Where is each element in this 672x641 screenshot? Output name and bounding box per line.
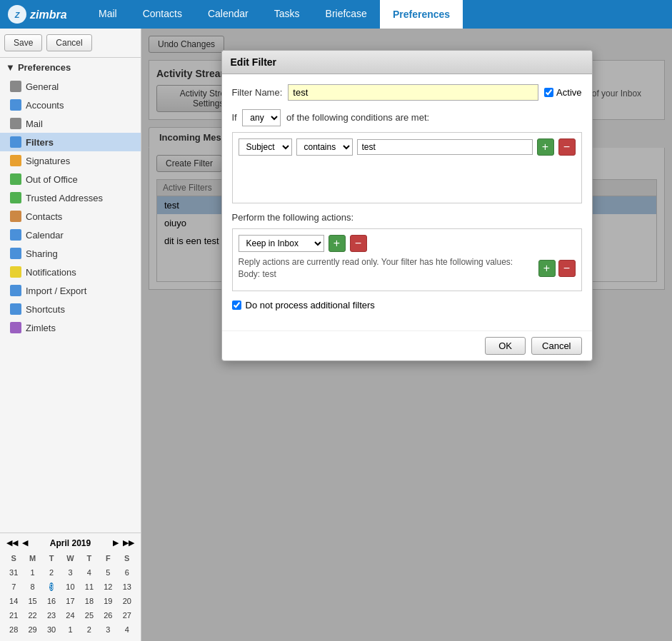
tab-contacts[interactable]: Contacts xyxy=(130,0,195,29)
cal-day[interactable]: 20 xyxy=(118,594,136,608)
sidebar-item-notifications[interactable]: Notifications xyxy=(0,263,141,281)
sidebar-item-zimlets[interactable]: Zimlets xyxy=(0,318,141,337)
cal-day[interactable]: 5 xyxy=(99,565,117,580)
cal-day[interactable]: 3 xyxy=(61,565,79,580)
condition-operator-select[interactable]: contains xyxy=(296,138,353,156)
cal-day[interactable]: 27 xyxy=(118,608,136,622)
cal-day[interactable]: 6 xyxy=(118,565,136,580)
add-action-note-button[interactable]: + xyxy=(538,260,556,277)
cal-day[interactable]: 13 xyxy=(118,580,136,594)
cal-day[interactable]: 15 xyxy=(23,594,41,608)
preferences-section-header[interactable]: ▼ Preferences xyxy=(0,58,141,77)
cal-day[interactable]: 3 xyxy=(99,622,117,637)
topbar: Z zimbra Mail Contacts Calendar Tasks Br… xyxy=(0,0,672,29)
active-label: Active xyxy=(556,87,581,98)
cal-day[interactable]: 4 xyxy=(118,622,136,637)
tab-mail[interactable]: Mail xyxy=(86,0,130,29)
cal-day-header-m: M xyxy=(23,551,41,565)
cal-day[interactable]: 18 xyxy=(80,594,99,608)
add-action-button[interactable]: + xyxy=(329,235,346,252)
cal-day[interactable]: 2 xyxy=(42,565,61,580)
cal-day-header-t2: T xyxy=(80,551,99,565)
sidebar-item-label-out-of-office: Out of Office xyxy=(26,174,78,185)
if-label: If xyxy=(232,112,237,123)
sidebar-item-sharing[interactable]: Sharing xyxy=(0,244,141,263)
tab-preferences[interactable]: Preferences xyxy=(380,0,463,29)
cal-day[interactable]: 2 xyxy=(80,622,99,637)
tab-calendar[interactable]: Calendar xyxy=(195,0,261,29)
cancel-button[interactable]: Cancel xyxy=(46,34,91,51)
remove-condition-button[interactable]: − xyxy=(558,138,576,156)
calendar-grid: S M T W T F S 31 1 2 3 4 xyxy=(4,551,136,637)
sidebar-item-label-signatures: Signatures xyxy=(26,156,70,166)
cal-day[interactable]: 28 xyxy=(4,622,23,637)
sidebar-item-accounts[interactable]: Accounts xyxy=(0,96,141,114)
sidebar-item-label-sharing: Sharing xyxy=(26,248,58,259)
sidebar-item-shortcuts[interactable]: Shortcuts xyxy=(0,300,141,318)
import-icon xyxy=(10,285,21,296)
cal-day[interactable]: 19 xyxy=(99,594,117,608)
section-label: Preferences xyxy=(18,62,71,73)
cal-prev-button[interactable]: ◀ xyxy=(20,537,30,548)
condition-value-input[interactable] xyxy=(357,139,533,155)
save-button[interactable]: Save xyxy=(4,34,42,51)
cal-day[interactable]: 24 xyxy=(61,608,79,622)
svg-text:zimbra: zimbra xyxy=(29,9,67,21)
cal-day[interactable]: 10 xyxy=(61,580,79,594)
action-row-1: Keep in Inbox + − xyxy=(239,235,576,252)
modal-cancel-button[interactable]: Cancel xyxy=(531,337,581,355)
sidebar-item-mail[interactable]: Mail xyxy=(0,114,141,133)
sidebar-item-label-accounts: Accounts xyxy=(26,100,64,111)
tab-briefcase[interactable]: Briefcase xyxy=(313,0,380,29)
cal-day-header-s2: S xyxy=(118,551,136,565)
sidebar-item-trusted[interactable]: Trusted Addresses xyxy=(0,188,141,207)
action-select[interactable]: Keep in Inbox xyxy=(239,235,324,252)
cal-day[interactable]: 17 xyxy=(61,594,79,608)
cal-day[interactable]: 26 xyxy=(99,608,117,622)
cal-day[interactable]: 1 xyxy=(23,565,41,580)
do-not-process-checkbox[interactable] xyxy=(232,301,241,310)
add-condition-button[interactable]: + xyxy=(537,138,554,156)
cal-day[interactable]: 21 xyxy=(4,608,23,622)
cal-day[interactable]: 22 xyxy=(23,608,41,622)
cal-day[interactable]: 16 xyxy=(42,594,61,608)
cal-day[interactable]: 12 xyxy=(99,580,117,594)
modal-ok-button[interactable]: OK xyxy=(485,337,526,355)
mail-icon xyxy=(10,118,21,129)
cal-day[interactable]: 31 xyxy=(4,565,23,580)
cal-day-header-f: F xyxy=(99,551,117,565)
cal-last-button[interactable]: ▶▶ xyxy=(121,537,136,548)
sidebar-item-signatures[interactable]: Signatures xyxy=(0,151,141,170)
cal-next-button[interactable]: ▶ xyxy=(111,537,121,548)
action-note-line1: Reply actions are currently read only. Y… xyxy=(239,257,513,267)
condition-row: Subject contains + − xyxy=(239,138,576,156)
cal-day[interactable]: 23 xyxy=(42,608,61,622)
active-checkbox[interactable] xyxy=(544,88,553,97)
sidebar-item-contacts[interactable]: Contacts xyxy=(0,207,141,226)
sidebar-item-import-export[interactable]: Import / Export xyxy=(0,281,141,300)
sidebar-item-general[interactable]: General xyxy=(0,77,141,96)
calendar-icon xyxy=(10,229,21,241)
cal-day[interactable]: 30 xyxy=(42,622,61,637)
remove-action-note-button[interactable]: − xyxy=(558,260,576,277)
condition-any-select[interactable]: any xyxy=(242,109,281,126)
cal-day[interactable]: 8 xyxy=(23,580,41,594)
remove-action-button[interactable]: − xyxy=(350,235,367,252)
cal-day[interactable]: 14 xyxy=(4,594,23,608)
condition-field-select[interactable]: Subject xyxy=(239,138,292,156)
cal-day[interactable]: 9 xyxy=(42,580,61,594)
cal-day[interactable]: 7 xyxy=(4,580,23,594)
cal-day[interactable]: 11 xyxy=(80,580,99,594)
cal-day[interactable]: 1 xyxy=(61,622,79,637)
tab-tasks[interactable]: Tasks xyxy=(261,0,313,29)
cal-day[interactable]: 25 xyxy=(80,608,99,622)
sidebar-item-out-of-office[interactable]: Out of Office xyxy=(0,170,141,188)
sidebar-item-calendar[interactable]: Calendar xyxy=(0,226,141,244)
sidebar-item-label-general: General xyxy=(26,81,59,92)
cal-day[interactable]: 4 xyxy=(80,565,99,580)
sidebar-item-filters[interactable]: Filters xyxy=(0,133,141,151)
logo: Z zimbra xyxy=(7,4,71,24)
filter-name-input[interactable] xyxy=(288,84,538,101)
cal-first-button[interactable]: ◀◀ xyxy=(4,537,20,548)
cal-day[interactable]: 29 xyxy=(23,622,41,637)
